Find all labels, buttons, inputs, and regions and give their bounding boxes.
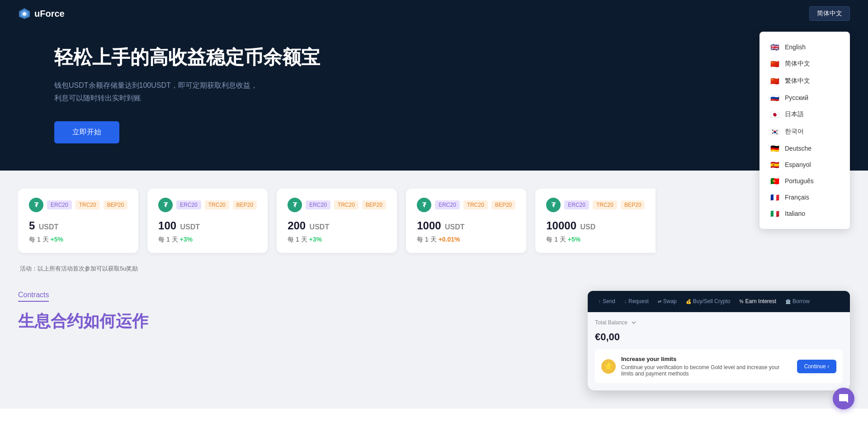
badge-bep20: BEP20 <box>104 200 127 209</box>
flag-icon: 🇨🇳 <box>770 78 779 84</box>
card-rate: 每 1 天 +3% <box>158 236 257 244</box>
cta-button[interactable]: 立即开始 <box>54 121 119 143</box>
rate-value: +3% <box>180 236 193 243</box>
app-nav-request[interactable]: ↓Request <box>621 296 652 306</box>
lang-label: Português <box>785 177 814 185</box>
card-header: ₮ ERC20 TRC20 BEP20 <box>29 198 127 212</box>
card-header: ₮ ERC20 TRC20 BEP20 <box>288 198 386 212</box>
nav-label: Earn Interest <box>745 298 776 304</box>
app-nav-swap[interactable]: ⇄Swap <box>654 296 680 306</box>
app-info-title: Increase your limits <box>621 356 792 362</box>
app-nav-send[interactable]: ↑Send <box>595 296 619 306</box>
flag-icon: 🇪🇸 <box>770 162 779 168</box>
tether-icon: ₮ <box>29 198 43 212</box>
app-preview: ↑Send↓Request⇄Swap💰Buy/Sell Crypto%Earn … <box>588 291 850 390</box>
badge-erc20: ERC20 <box>564 200 589 209</box>
card-rate: 每 1 天 +5% <box>546 236 645 244</box>
lang-item-espanyol[interactable]: 🇪🇸Espanyol <box>760 157 850 173</box>
balance-label: Total Balance <box>595 319 627 326</box>
flag-icon: 🇨🇳 <box>770 61 779 67</box>
nav-icon: % <box>739 299 743 304</box>
language-dropdown: 🇬🇧English🇨🇳简体中文🇨🇳繁体中文🇷🇺Русский🇯🇵日本語🇰🇷한국어… <box>760 32 850 229</box>
badge-erc20: ERC20 <box>47 200 72 209</box>
lang-item-繁体中文[interactable]: 🇨🇳繁体中文 <box>760 72 850 90</box>
hero-subtitle: 钱包USDT余额存储量达到100USDT，即可定期获取利息收益， 利息可以随时转… <box>54 79 868 105</box>
rate-value: +5% <box>568 236 580 243</box>
card-0: ₮ ERC20 TRC20 BEP20 5 USDT 每 1 天 +5% <box>18 189 138 253</box>
lang-item-日本語[interactable]: 🇯🇵日本語 <box>760 106 850 123</box>
nav-label: Request <box>628 298 649 304</box>
card-unit: USD <box>578 223 595 231</box>
badge-erc20: ERC20 <box>435 200 460 209</box>
lang-item-english[interactable]: 🇬🇧English <box>760 39 850 55</box>
card-3: ₮ ERC20 TRC20 BEP20 1000 USDT 每 1 天 +0.0… <box>406 189 526 253</box>
contracts-right: ↑Send↓Request⇄Swap💰Buy/Sell Crypto%Earn … <box>448 291 850 390</box>
contracts-left: Contracts 生息合约如何运作 <box>18 291 420 390</box>
logo-text: uForce <box>34 9 65 19</box>
nav-label: Buy/Sell Crypto <box>693 298 731 304</box>
card-header: ₮ ERC20 TRC20 BEP20 <box>546 198 645 212</box>
lang-label: 한국어 <box>785 128 804 136</box>
lang-item-deutsche[interactable]: 🇩🇪Deutsche <box>760 140 850 157</box>
coin-icon: ⭐ <box>601 359 616 374</box>
card-amount: 10000 USD <box>546 219 645 232</box>
app-nav-earn-interest[interactable]: %Earn Interest <box>736 296 780 306</box>
flag-icon: 🇮🇹 <box>770 210 779 217</box>
app-info-text: Continue your verification to become Gol… <box>621 364 792 377</box>
app-body: Total Balance €0,00 ⭐ Increase your limi… <box>588 312 850 390</box>
card-unit: USDT <box>178 223 200 231</box>
card-rate: 每 1 天 +0.01% <box>417 236 515 244</box>
flag-icon: 🇷🇺 <box>770 95 779 101</box>
lang-label: English <box>785 43 806 51</box>
card-rate: 每 1 天 +5% <box>29 236 127 244</box>
flag-icon: 🇵🇹 <box>770 178 779 184</box>
badge-trc20: TRC20 <box>334 200 359 209</box>
lang-label: Espanyol <box>785 161 811 168</box>
promo-text: 活动：以上所有活动首次参加可以获取5u奖励 <box>18 265 850 273</box>
rate-value: +0.01% <box>439 236 460 243</box>
rate-value: +5% <box>50 236 63 243</box>
tether-icon: ₮ <box>417 198 431 212</box>
app-nav-borrow[interactable]: 🏦Borrow <box>782 296 813 306</box>
cards-scroll: ₮ ERC20 TRC20 BEP20 5 USDT 每 1 天 +5% ₮ E… <box>18 189 850 257</box>
card-amount: 100 USDT <box>158 219 257 232</box>
tether-icon: ₮ <box>288 198 302 212</box>
logo-icon <box>18 7 31 20</box>
badge-trc20: TRC20 <box>593 200 617 209</box>
chat-bubble[interactable] <box>833 388 854 409</box>
tether-icon: ₮ <box>158 198 173 212</box>
lang-item-한국어[interactable]: 🇰🇷한국어 <box>760 123 850 140</box>
card-unit: USDT <box>307 223 329 231</box>
flag-icon: 🇰🇷 <box>770 128 779 135</box>
lang-label: 日本語 <box>785 110 804 119</box>
card-unit: USDT <box>37 223 58 231</box>
badge-bep20: BEP20 <box>621 200 645 209</box>
contracts-tab[interactable]: Contracts <box>18 291 49 302</box>
lang-label: Deutsche <box>785 145 811 152</box>
nav-icon: ⇄ <box>658 299 661 304</box>
tether-icon: ₮ <box>546 198 561 212</box>
flag-icon: 🇬🇧 <box>770 44 779 50</box>
badge-trc20: TRC20 <box>463 200 488 209</box>
badge-trc20: TRC20 <box>75 200 100 209</box>
badge-bep20: BEP20 <box>233 200 257 209</box>
lang-item-italiano[interactable]: 🇮🇹Italiano <box>760 205 850 222</box>
nav-label: Swap <box>663 298 677 304</box>
card-amount: 5 USDT <box>29 219 127 232</box>
chat-icon <box>838 393 849 404</box>
chevron-down-icon <box>631 320 637 325</box>
badge-trc20: TRC20 <box>205 200 229 209</box>
app-continue-button[interactable]: Continue › <box>797 360 836 373</box>
app-balance-row: Total Balance <box>595 319 843 326</box>
card-unit: USDT <box>443 223 465 231</box>
lang-item-简体中文[interactable]: 🇨🇳简体中文 <box>760 55 850 72</box>
card-1: ₮ ERC20 TRC20 BEP20 100 USDT 每 1 天 +3% <box>147 189 268 253</box>
cards-section: ₮ ERC20 TRC20 BEP20 5 USDT 每 1 天 +5% ₮ E… <box>0 171 868 282</box>
lang-item-português[interactable]: 🇵🇹Português <box>760 173 850 189</box>
lang-item-français[interactable]: 🇫🇷Français <box>760 189 850 205</box>
app-nav-buy/sell-crypto[interactable]: 💰Buy/Sell Crypto <box>682 296 734 306</box>
language-button[interactable]: 简体中文 <box>809 6 850 21</box>
card-header: ₮ ERC20 TRC20 BEP20 <box>158 198 257 212</box>
lang-item-русский[interactable]: 🇷🇺Русский <box>760 90 850 106</box>
logo: uForce <box>18 7 65 20</box>
